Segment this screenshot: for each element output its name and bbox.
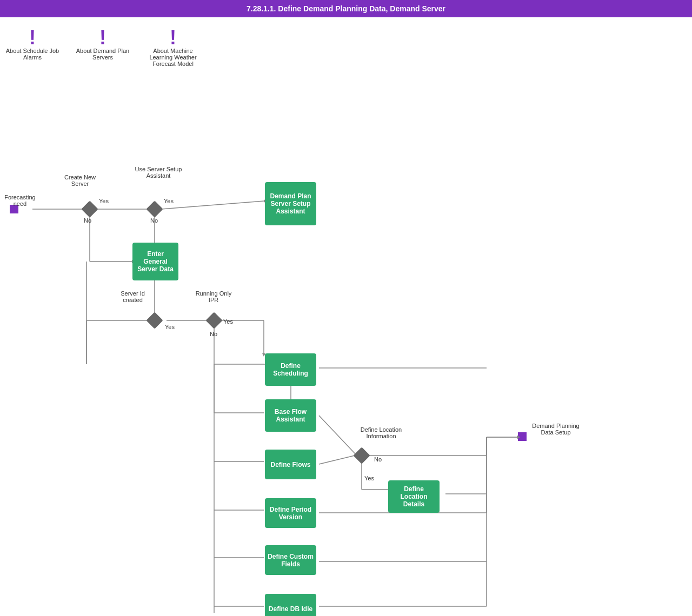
define-location-information-label: Define Location Information — [357, 426, 405, 439]
exclamation-icon-1: ! — [29, 28, 36, 48]
forecasting-need-label: Forecasting need — [1, 194, 39, 207]
icon-label-1: About Schedule Job Alarms — [5, 48, 59, 61]
define-period-version-box[interactable]: Define Period Version — [265, 498, 316, 528]
use-server-setup-assistant-label: Use Server Setup Assistant — [134, 166, 183, 179]
svg-line-7 — [161, 201, 264, 209]
icon-about-machine-weather-forecast-model[interactable]: ! About Machine Learning Weather Forecas… — [146, 28, 200, 67]
exclamation-icon-2: ! — [99, 28, 106, 48]
diamond-define-location-info — [353, 447, 370, 464]
diamond-server-id-created — [146, 312, 163, 329]
yes-label-3: Yes — [165, 324, 175, 330]
diamond-running-only-ipr — [205, 312, 222, 329]
demand-planning-data-setup-label: Demand Planning Data Setup — [529, 423, 583, 436]
create-new-server-label: Create New Server — [58, 174, 102, 187]
exclamation-icon-3: ! — [170, 28, 176, 48]
define-location-details-box[interactable]: Define Location Details — [388, 480, 440, 513]
define-flows-box[interactable]: Define Flows — [265, 450, 316, 479]
no-label-1: No — [84, 217, 91, 224]
no-label-5: No — [374, 456, 382, 463]
title-bar: 7.28.1.1. Define Demand Planning Data, D… — [0, 0, 692, 17]
icon-about-demand-plan-servers[interactable]: ! About Demand Plan Servers — [76, 28, 130, 67]
running-only-ipr-label: Running Only IPR — [195, 290, 232, 303]
top-icons-bar: ! About Schedule Job Alarms ! About Dema… — [0, 17, 692, 78]
yes-label-1: Yes — [99, 198, 109, 204]
diamond-create-new-server — [81, 200, 98, 217]
yes-label-2: Yes — [164, 198, 174, 204]
base-flow-assistant-box[interactable]: Base Flow Assistant — [265, 399, 316, 432]
define-custom-fields-box[interactable]: Define Custom Fields — [265, 545, 316, 575]
define-db-idle-box[interactable]: Define DB Idle — [265, 594, 316, 616]
server-id-created-label: Server Id created — [112, 290, 153, 303]
end-node — [518, 432, 527, 441]
title-text: 7.28.1.1. Define Demand Planning Data, D… — [247, 4, 445, 13]
svg-line-28 — [319, 456, 355, 464]
define-scheduling-box[interactable]: Define Scheduling — [265, 353, 316, 386]
icon-label-2: About Demand Plan Servers — [76, 48, 130, 61]
yes-label-4: Yes — [223, 318, 233, 325]
icon-label-3: About Machine Learning Weather Forecast … — [146, 48, 200, 67]
diamond-use-server-setup — [146, 200, 163, 217]
demand-plan-server-setup-assistant-box[interactable]: Demand Plan Server Setup Assistant — [265, 182, 316, 225]
svg-line-27 — [319, 416, 357, 456]
diagram-area: Forecasting need Create New Server Yes N… — [0, 78, 692, 616]
no-label-4: No — [210, 331, 217, 337]
enter-general-server-data-box[interactable]: Enter General Server Data — [132, 243, 178, 280]
no-label-2: No — [150, 217, 158, 224]
icon-about-schedule-job-alarms[interactable]: ! About Schedule Job Alarms — [5, 28, 59, 67]
yes-label-5: Yes — [364, 475, 374, 481]
